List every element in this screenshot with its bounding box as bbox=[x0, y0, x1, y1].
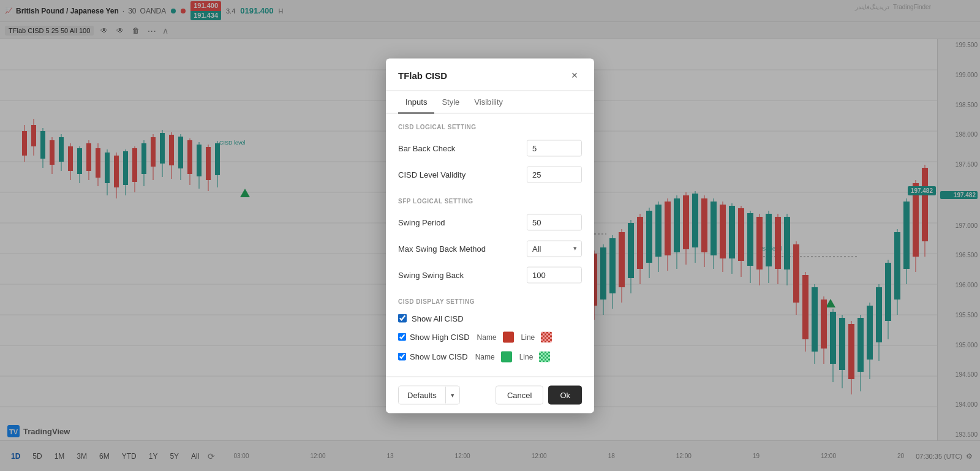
cancel-button[interactable]: Cancel bbox=[496, 385, 543, 404]
swing-swing-back-input[interactable] bbox=[527, 266, 582, 283]
swing-period-input[interactable] bbox=[527, 214, 582, 230]
modal-header: TFlab CISD × bbox=[386, 58, 594, 91]
modal-footer: Defaults ▾ Cancel Ok bbox=[386, 376, 594, 413]
swing-swing-back-row: Swing Swing Back bbox=[398, 262, 582, 288]
max-swing-back-select[interactable]: All 50 100 200 bbox=[527, 240, 582, 257]
swing-period-row: Swing Period bbox=[398, 209, 582, 235]
cisd-level-validity-row: CISD Level Validity bbox=[398, 161, 582, 187]
bar-back-check-row: Bar Back Check bbox=[398, 135, 582, 161]
modal-close-button[interactable]: × bbox=[567, 68, 582, 83]
low-name-label: Name bbox=[475, 352, 495, 361]
tab-inputs[interactable]: Inputs bbox=[398, 91, 434, 113]
modal-body: CISD LOGICAL SETTING Bar Back Check CISD… bbox=[386, 113, 594, 376]
max-swing-back-select-wrapper: All 50 100 200 bbox=[527, 240, 582, 257]
max-swing-back-row: Max Swing Back Method All 50 100 200 bbox=[398, 235, 582, 262]
swing-period-label: Swing Period bbox=[398, 217, 445, 227]
high-name-label: Name bbox=[477, 333, 497, 341]
show-low-cisd-checkbox[interactable] bbox=[398, 353, 406, 361]
low-color-pattern[interactable] bbox=[539, 351, 550, 362]
ok-button[interactable]: Ok bbox=[548, 385, 582, 404]
modal-title: TFlab CISD bbox=[398, 70, 447, 81]
modal-dialog: TFlab CISD × Inputs Style Visibility CIS… bbox=[386, 58, 594, 413]
defaults-button-group: Defaults ▾ bbox=[398, 385, 460, 404]
show-all-cisd-row: Show All CISD bbox=[398, 309, 582, 327]
bar-back-check-label: Bar Back Check bbox=[398, 143, 455, 153]
show-high-cisd-row: Show High CISD Name Line bbox=[398, 327, 582, 347]
swing-swing-back-label: Swing Swing Back bbox=[398, 270, 464, 279]
high-color-solid[interactable] bbox=[503, 331, 514, 342]
section-sfp-logical: SFP LOGICAL SETTING bbox=[398, 187, 582, 209]
cisd-level-validity-label: CISD Level Validity bbox=[398, 170, 466, 179]
max-swing-back-label: Max Swing Back Method bbox=[398, 244, 486, 253]
footer-right-buttons: Cancel Ok bbox=[496, 385, 582, 404]
section-cisd-display: CISD DISPLAY SETTING bbox=[398, 288, 582, 309]
show-low-cisd-label: Show Low CISD bbox=[410, 352, 468, 361]
high-color-pattern[interactable] bbox=[541, 331, 552, 342]
defaults-arrow-button[interactable]: ▾ bbox=[445, 386, 459, 403]
show-all-cisd-label: Show All CISD bbox=[412, 314, 464, 323]
show-all-cisd-checkbox[interactable] bbox=[398, 314, 407, 323]
section-cisd-logical: CISD LOGICAL SETTING bbox=[398, 113, 582, 135]
cisd-level-validity-input[interactable] bbox=[527, 166, 582, 183]
defaults-main-button[interactable]: Defaults bbox=[399, 386, 445, 404]
tab-style[interactable]: Style bbox=[434, 91, 467, 113]
modal-overlay[interactable]: TFlab CISD × Inputs Style Visibility CIS… bbox=[0, 0, 980, 471]
modal-tabs: Inputs Style Visibility bbox=[386, 91, 594, 113]
show-low-cisd-row: Show Low CISD Name Line bbox=[398, 347, 582, 366]
bar-back-check-input[interactable] bbox=[527, 140, 582, 156]
low-color-solid[interactable] bbox=[501, 351, 512, 362]
high-line-label: Line bbox=[521, 333, 535, 341]
show-high-cisd-label: Show High CISD bbox=[410, 333, 470, 342]
tab-visibility[interactable]: Visibility bbox=[467, 91, 510, 113]
show-high-cisd-checkbox[interactable] bbox=[398, 333, 406, 341]
low-line-label: Line bbox=[519, 352, 533, 361]
